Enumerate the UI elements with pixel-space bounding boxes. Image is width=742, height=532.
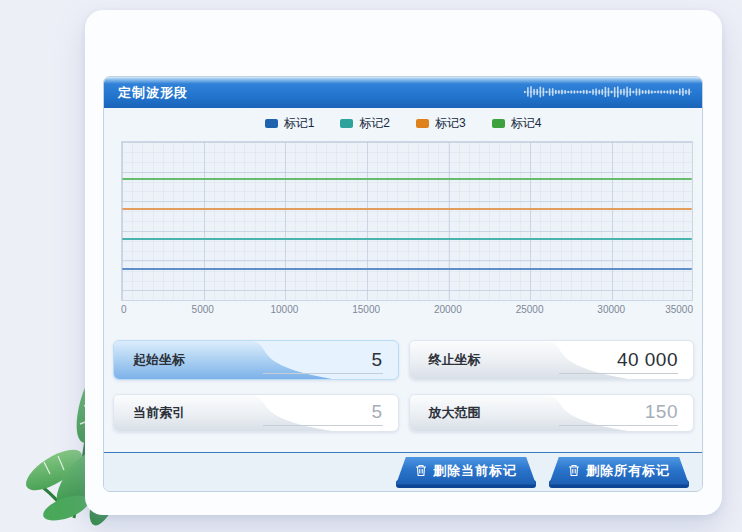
x-tick-label: 0 (121, 304, 127, 315)
legend-label: 标记3 (435, 115, 466, 132)
start-coordinate-value[interactable]: 5 (263, 349, 382, 374)
app-card: 定制波形段 标记1 标记2 标记3 标记4 (85, 10, 722, 515)
legend-item-marker3[interactable]: 标记3 (416, 117, 466, 130)
x-tick-label: 15000 (352, 304, 380, 315)
chart-legend: 标记1 标记2 标记3 标记4 (104, 117, 702, 130)
legend-label: 标记4 (511, 115, 542, 132)
end-coordinate-value[interactable]: 40 000 (559, 349, 678, 374)
x-tick-label: 20000 (434, 304, 462, 315)
trash-icon (568, 464, 580, 477)
x-tick-label: 25000 (516, 304, 544, 315)
legend-item-marker4[interactable]: 标记4 (492, 117, 542, 130)
legend-label: 标记1 (284, 115, 315, 132)
current-index-value: 5 (263, 401, 382, 426)
chart-plot-area[interactable] (121, 141, 693, 301)
x-tick-label: 30000 (597, 304, 625, 315)
start-coordinate-field[interactable]: 起始坐标 5 (113, 340, 399, 380)
button-label: 删除所有标记 (586, 462, 670, 480)
panel-header: 定制波形段 (104, 77, 702, 108)
marker-line-2[interactable] (122, 238, 692, 240)
current-index-label: 当前索引 (133, 395, 185, 431)
x-tick-label: 5000 (192, 304, 214, 315)
x-tick-label: 35000 (665, 304, 693, 315)
legend-item-marker1[interactable]: 标记1 (265, 117, 315, 130)
waveform-chart: 0 5000 10000 15000 20000 25000 30000 350… (121, 141, 693, 319)
panel-title: 定制波形段 (118, 84, 188, 102)
delete-current-marker-button[interactable]: 删除当前标记 (396, 457, 536, 488)
end-coordinate-label: 终止坐标 (429, 341, 481, 379)
button-label: 删除当前标记 (433, 462, 517, 480)
legend-chip-marker4 (492, 119, 505, 128)
zoom-range-field[interactable]: 放大范围 150 (409, 394, 695, 432)
current-index-field[interactable]: 当前索引 5 (113, 394, 399, 432)
legend-label: 标记2 (359, 115, 390, 132)
marker-line-3[interactable] (122, 208, 692, 210)
waveform-icon (524, 80, 692, 104)
panel-footer: 删除当前标记 删除所有标记 (104, 452, 702, 491)
parameter-fields: 起始坐标 5 终止坐标 40 000 当前索引 5 (113, 340, 694, 432)
legend-chip-marker1 (265, 119, 278, 128)
start-coordinate-label: 起始坐标 (133, 341, 185, 379)
end-coordinate-field[interactable]: 终止坐标 40 000 (409, 340, 695, 380)
legend-chip-marker3 (416, 119, 429, 128)
marker-line-1[interactable] (122, 268, 692, 270)
delete-all-markers-button[interactable]: 删除所有标记 (549, 457, 689, 488)
custom-waveform-panel: 定制波形段 标记1 标记2 标记3 标记4 (103, 76, 703, 492)
marker-line-4[interactable] (122, 178, 692, 180)
trash-icon (415, 464, 427, 477)
x-axis: 0 5000 10000 15000 20000 25000 30000 350… (121, 304, 693, 319)
legend-item-marker2[interactable]: 标记2 (340, 117, 390, 130)
x-tick-label: 10000 (271, 304, 299, 315)
zoom-range-value: 150 (559, 401, 678, 426)
zoom-range-label: 放大范围 (429, 395, 481, 431)
legend-chip-marker2 (340, 119, 353, 128)
